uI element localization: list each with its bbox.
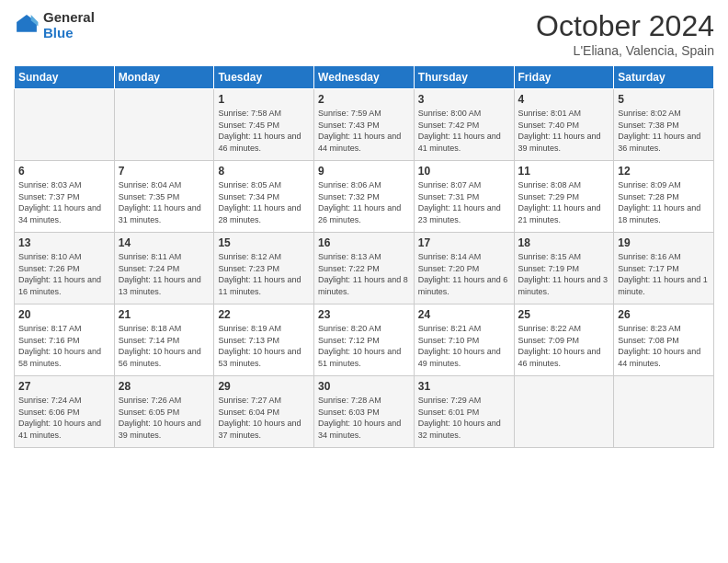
day-number: 7 — [119, 165, 210, 178]
day-info: Sunrise: 8:02 AM Sunset: 7:38 PM Dayligh… — [618, 108, 710, 154]
calendar-cell: 4Sunrise: 8:01 AM Sunset: 7:40 PM Daylig… — [514, 89, 614, 161]
calendar-cell: 8Sunrise: 8:05 AM Sunset: 7:34 PM Daylig… — [214, 161, 314, 233]
header: General Blue October 2024 L'Eliana, Vale… — [14, 9, 714, 58]
calendar-cell: 7Sunrise: 8:04 AM Sunset: 7:35 PM Daylig… — [114, 161, 214, 233]
day-info: Sunrise: 8:20 AM Sunset: 7:12 PM Dayligh… — [318, 323, 410, 369]
col-header-monday: Monday — [114, 66, 214, 89]
day-number: 21 — [119, 308, 210, 321]
day-info: Sunrise: 8:08 AM Sunset: 7:29 PM Dayligh… — [518, 179, 610, 225]
day-info: Sunrise: 7:29 AM Sunset: 6:01 PM Dayligh… — [418, 395, 510, 441]
day-info: Sunrise: 8:22 AM Sunset: 7:09 PM Dayligh… — [518, 323, 610, 369]
calendar-cell: 30Sunrise: 7:28 AM Sunset: 6:03 PM Dayli… — [314, 376, 415, 448]
day-info: Sunrise: 8:07 AM Sunset: 7:31 PM Dayligh… — [418, 179, 510, 225]
col-header-thursday: Thursday — [414, 66, 514, 89]
month-title: October 2024 — [536, 9, 714, 43]
calendar-cell: 12Sunrise: 8:09 AM Sunset: 7:28 PM Dayli… — [614, 161, 714, 233]
day-number: 5 — [618, 93, 710, 106]
col-header-sunday: Sunday — [15, 66, 115, 89]
col-header-tuesday: Tuesday — [214, 66, 314, 89]
day-info: Sunrise: 8:17 AM Sunset: 7:16 PM Dayligh… — [18, 323, 110, 369]
day-info: Sunrise: 8:04 AM Sunset: 7:35 PM Dayligh… — [119, 179, 210, 225]
day-number: 4 — [518, 93, 610, 106]
day-number: 29 — [218, 380, 310, 393]
day-info: Sunrise: 8:01 AM Sunset: 7:40 PM Dayligh… — [518, 108, 610, 154]
day-number: 23 — [318, 308, 410, 321]
day-info: Sunrise: 8:21 AM Sunset: 7:10 PM Dayligh… — [418, 323, 510, 369]
calendar-cell: 23Sunrise: 8:20 AM Sunset: 7:12 PM Dayli… — [314, 304, 415, 376]
day-number: 24 — [418, 308, 510, 321]
day-number: 9 — [318, 165, 410, 178]
calendar-cell: 22Sunrise: 8:19 AM Sunset: 7:13 PM Dayli… — [214, 304, 314, 376]
calendar-cell: 20Sunrise: 8:17 AM Sunset: 7:16 PM Dayli… — [15, 304, 115, 376]
day-info: Sunrise: 7:58 AM Sunset: 7:45 PM Dayligh… — [218, 108, 310, 154]
calendar-cell: 21Sunrise: 8:18 AM Sunset: 7:14 PM Dayli… — [114, 304, 214, 376]
day-number: 31 — [418, 380, 510, 393]
day-number: 8 — [218, 165, 310, 178]
calendar-cell — [15, 89, 115, 161]
day-number: 1 — [218, 93, 310, 106]
calendar-cell: 18Sunrise: 8:15 AM Sunset: 7:19 PM Dayli… — [514, 233, 614, 304]
day-number: 13 — [18, 236, 110, 249]
calendar-cell: 28Sunrise: 7:26 AM Sunset: 6:05 PM Dayli… — [114, 376, 214, 448]
day-number: 17 — [418, 236, 510, 249]
day-info: Sunrise: 8:03 AM Sunset: 7:37 PM Dayligh… — [18, 179, 110, 225]
day-number: 2 — [318, 93, 410, 106]
col-header-friday: Friday — [514, 66, 614, 89]
calendar-cell: 19Sunrise: 8:16 AM Sunset: 7:17 PM Dayli… — [614, 233, 714, 304]
day-number: 26 — [618, 308, 710, 321]
day-info: Sunrise: 8:13 AM Sunset: 7:22 PM Dayligh… — [318, 251, 410, 297]
day-info: Sunrise: 8:10 AM Sunset: 7:26 PM Dayligh… — [18, 251, 110, 297]
day-number: 11 — [518, 165, 610, 178]
day-info: Sunrise: 8:00 AM Sunset: 7:42 PM Dayligh… — [418, 108, 510, 154]
day-info: Sunrise: 8:14 AM Sunset: 7:20 PM Dayligh… — [418, 251, 510, 297]
calendar-cell: 24Sunrise: 8:21 AM Sunset: 7:10 PM Dayli… — [414, 304, 514, 376]
day-info: Sunrise: 7:24 AM Sunset: 6:06 PM Dayligh… — [18, 395, 110, 441]
calendar-week-4: 20Sunrise: 8:17 AM Sunset: 7:16 PM Dayli… — [15, 304, 714, 376]
calendar-cell — [514, 376, 614, 448]
day-number: 25 — [518, 308, 610, 321]
calendar-cell: 5Sunrise: 8:02 AM Sunset: 7:38 PM Daylig… — [614, 89, 714, 161]
calendar-header-row: SundayMondayTuesdayWednesdayThursdayFrid… — [15, 66, 714, 89]
day-info: Sunrise: 8:16 AM Sunset: 7:17 PM Dayligh… — [618, 251, 710, 297]
day-info: Sunrise: 7:59 AM Sunset: 7:43 PM Dayligh… — [318, 108, 410, 154]
calendar-cell: 25Sunrise: 8:22 AM Sunset: 7:09 PM Dayli… — [514, 304, 614, 376]
day-number: 6 — [18, 165, 110, 178]
col-header-saturday: Saturday — [614, 66, 714, 89]
subtitle: L'Eliana, Valencia, Spain — [536, 43, 714, 58]
day-number: 18 — [518, 236, 610, 249]
day-info: Sunrise: 7:26 AM Sunset: 6:05 PM Dayligh… — [119, 395, 210, 441]
day-info: Sunrise: 8:09 AM Sunset: 7:28 PM Dayligh… — [618, 179, 710, 225]
logo-icon — [14, 12, 40, 38]
calendar-cell: 1Sunrise: 7:58 AM Sunset: 7:45 PM Daylig… — [214, 89, 314, 161]
page: General Blue October 2024 L'Eliana, Vale… — [0, 0, 728, 563]
day-info: Sunrise: 8:06 AM Sunset: 7:32 PM Dayligh… — [318, 179, 410, 225]
calendar-cell: 2Sunrise: 7:59 AM Sunset: 7:43 PM Daylig… — [314, 89, 415, 161]
col-header-wednesday: Wednesday — [314, 66, 415, 89]
calendar-cell: 16Sunrise: 8:13 AM Sunset: 7:22 PM Dayli… — [314, 233, 415, 304]
calendar-week-1: 1Sunrise: 7:58 AM Sunset: 7:45 PM Daylig… — [15, 89, 714, 161]
calendar-cell — [114, 89, 214, 161]
calendar-cell: 6Sunrise: 8:03 AM Sunset: 7:37 PM Daylig… — [15, 161, 115, 233]
day-info: Sunrise: 8:05 AM Sunset: 7:34 PM Dayligh… — [218, 179, 310, 225]
calendar-cell: 3Sunrise: 8:00 AM Sunset: 7:42 PM Daylig… — [414, 89, 514, 161]
calendar-cell: 9Sunrise: 8:06 AM Sunset: 7:32 PM Daylig… — [314, 161, 415, 233]
calendar-cell: 26Sunrise: 8:23 AM Sunset: 7:08 PM Dayli… — [614, 304, 714, 376]
calendar-cell: 10Sunrise: 8:07 AM Sunset: 7:31 PM Dayli… — [414, 161, 514, 233]
calendar-cell: 31Sunrise: 7:29 AM Sunset: 6:01 PM Dayli… — [414, 376, 514, 448]
calendar-week-2: 6Sunrise: 8:03 AM Sunset: 7:37 PM Daylig… — [15, 161, 714, 233]
day-number: 30 — [318, 380, 410, 393]
logo: General Blue — [14, 9, 95, 40]
day-info: Sunrise: 8:12 AM Sunset: 7:23 PM Dayligh… — [218, 251, 310, 297]
day-number: 15 — [218, 236, 310, 249]
day-info: Sunrise: 8:18 AM Sunset: 7:14 PM Dayligh… — [119, 323, 210, 369]
day-number: 3 — [418, 93, 510, 106]
day-info: Sunrise: 8:19 AM Sunset: 7:13 PM Dayligh… — [218, 323, 310, 369]
day-number: 10 — [418, 165, 510, 178]
day-number: 28 — [119, 380, 210, 393]
calendar-week-3: 13Sunrise: 8:10 AM Sunset: 7:26 PM Dayli… — [15, 233, 714, 304]
calendar-cell: 17Sunrise: 8:14 AM Sunset: 7:20 PM Dayli… — [414, 233, 514, 304]
calendar-table: SundayMondayTuesdayWednesdayThursdayFrid… — [14, 65, 714, 448]
day-number: 12 — [618, 165, 710, 178]
day-info: Sunrise: 8:11 AM Sunset: 7:24 PM Dayligh… — [119, 251, 210, 297]
svg-marker-0 — [17, 15, 37, 32]
